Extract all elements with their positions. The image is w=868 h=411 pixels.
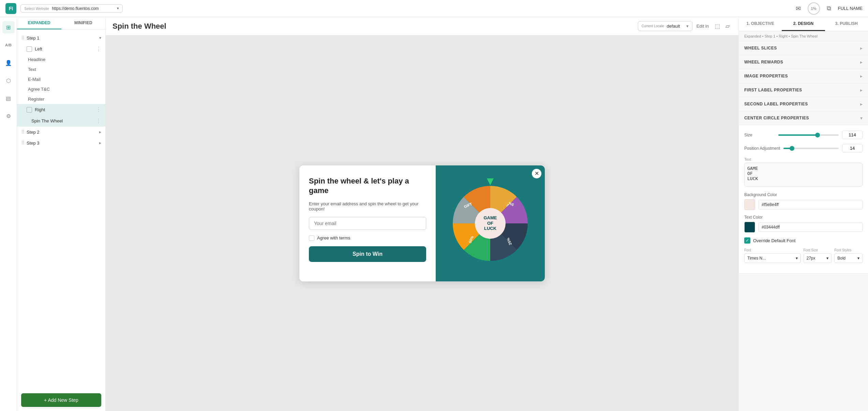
font-style-chevron-icon: ▾ — [857, 256, 859, 261]
section-wheel-rewards[interactable]: WHEEL REWARDS ▸ — [739, 55, 868, 69]
locale-select[interactable]: Current Locale default ▾ — [638, 21, 692, 31]
add-step-button[interactable]: + Add New Step — [21, 393, 101, 407]
text-color-row — [744, 222, 863, 233]
left-panel: EXPANDED MINIFIED ⠿ Step 1 ▾ Left ⋮ Head… — [17, 17, 106, 411]
sidebar-item-ab[interactable]: A/B — [2, 39, 15, 51]
right-group-icon — [27, 107, 32, 113]
email-input[interactable] — [309, 217, 426, 230]
step-3-row[interactable]: ⠿ Step 3 ▸ — [17, 137, 105, 148]
position-input[interactable] — [842, 144, 863, 152]
tab-expanded[interactable]: EXPANDED — [17, 17, 61, 29]
font-style-group: Font Styles Bold ▾ — [834, 248, 863, 263]
sidebar-item-home[interactable]: ⊞ — [2, 21, 15, 33]
spin-wheel-item[interactable]: Spin The Wheel ⋮ — [17, 115, 105, 127]
external-link-icon[interactable]: ⧉ — [825, 3, 833, 13]
size-input[interactable] — [842, 131, 863, 139]
sidebar-item-analytics[interactable]: ⬡ — [2, 74, 15, 87]
close-button[interactable]: ✕ — [532, 169, 541, 178]
section-wheel-slices[interactable]: WHEEL SLICES ▸ — [739, 41, 868, 55]
sidebar-item-settings[interactable]: ⚙ — [2, 110, 15, 122]
size-slider[interactable] — [778, 134, 839, 136]
text-item[interactable]: Text — [17, 64, 105, 74]
breadcrumb: Expanded • Step 1 • Right • Spin The Whe… — [739, 31, 868, 41]
right-group-row[interactable]: Right ⋮ — [17, 104, 105, 115]
left-group-menu-icon[interactable]: ⋮ — [96, 46, 101, 52]
bg-color-label: Background Color — [744, 192, 863, 197]
step-1-label: Step 1 — [27, 35, 99, 41]
topbar-left: FI Select Website https://demo.fluentos.… — [5, 3, 123, 14]
logo: FI — [5, 3, 16, 14]
font-size-chevron-icon: ▾ — [826, 256, 828, 261]
right-group-menu-icon[interactable]: ⋮ — [96, 106, 101, 113]
section-first-label[interactable]: FIRST LABEL PROPERTIES ▸ — [739, 83, 868, 97]
tab-publish[interactable]: 3. PUBLISH — [825, 17, 868, 31]
position-slider[interactable] — [783, 148, 839, 149]
step-3-label: Step 3 — [27, 141, 99, 146]
text-field-group: Text GAME OF LUCK — [744, 157, 863, 188]
step-3-chevron-icon[interactable]: ▸ — [99, 141, 101, 145]
url-chevron-icon[interactable]: ▾ — [117, 6, 119, 11]
spin-wheel-label: Spin The Wheel — [31, 118, 94, 123]
step-1-chevron-icon[interactable]: ▾ — [99, 35, 101, 40]
register-item[interactable]: Register — [17, 94, 105, 104]
right-panel-content: Expanded • Step 1 • Right • Spin The Whe… — [739, 31, 868, 411]
size-label: Size — [744, 133, 775, 137]
override-font-checkbox[interactable]: ✓ — [744, 237, 750, 244]
bg-color-swatch[interactable] — [744, 199, 755, 210]
override-font-label: Override Default Font — [753, 238, 795, 243]
edit-in-label: Edit in — [697, 24, 709, 29]
headline-item[interactable]: Headline — [17, 55, 105, 64]
section-center-circle[interactable]: CENTER CIRCLE PROPERTIES ▾ — [739, 111, 868, 125]
font-select[interactable]: Times N... ▾ — [744, 253, 801, 263]
section-second-label[interactable]: SECOND LABEL PROPERTIES ▸ — [739, 97, 868, 111]
section-wheel-rewards-label: WHEEL REWARDS — [744, 60, 860, 64]
url-label: Select Website — [24, 6, 49, 11]
bg-color-hex-input[interactable] — [759, 200, 863, 209]
section-image-properties[interactable]: IMAGE PROPERTIES ▸ — [739, 69, 868, 83]
tab-minified[interactable]: MINIFIED — [61, 17, 106, 29]
desktop-view-button[interactable]: ⬚ — [713, 21, 722, 31]
left-group-row[interactable]: Left ⋮ — [17, 43, 105, 55]
font-style-label: Font Styles — [834, 248, 863, 252]
font-size-value: 27px — [807, 256, 815, 261]
tab-design[interactable]: 2. DESIGN — [782, 17, 825, 31]
text-color-label: Text Color — [744, 215, 863, 220]
icon-sidebar: ⊞ A/B 👤 ⬡ ▤ ⚙ — [0, 17, 17, 411]
step-2-chevron-icon[interactable]: ▸ — [99, 130, 101, 134]
right-panel: 1. OBJECTIVE 2. DESIGN 3. PUBLISH Expand… — [738, 17, 868, 411]
font-group: Font Times N... ▾ — [744, 248, 801, 263]
left-group-label: Left — [35, 46, 94, 52]
bg-color-row — [744, 199, 863, 210]
popup-right: ✕ 25% 15% 50% — [436, 165, 545, 281]
center-header: Spin the Wheel Current Locale default ▾ … — [106, 17, 738, 35]
mail-icon[interactable]: ✉ — [794, 3, 802, 14]
center-header-right: Current Locale default ▾ Edit in ⬚ ▱ — [638, 21, 732, 31]
section-second-label-label: SECOND LABEL PROPERTIES — [744, 102, 860, 106]
email-item[interactable]: E-Mail — [17, 74, 105, 84]
text-color-swatch[interactable] — [744, 222, 755, 233]
size-row: Size — [744, 131, 863, 139]
sidebar-item-cards[interactable]: ▤ — [2, 92, 15, 104]
font-size-select[interactable]: 27px ▾ — [804, 253, 832, 263]
section-image-properties-label: IMAGE PROPERTIES — [744, 74, 860, 78]
url-bar[interactable]: Select Website https://demo.fluentos.com… — [20, 4, 123, 13]
fullname-button[interactable]: FULL NAME — [838, 6, 863, 11]
step-1-row[interactable]: ⠿ Step 1 ▾ — [17, 32, 105, 43]
step-2-row[interactable]: ⠿ Step 2 ▸ — [17, 127, 105, 137]
text-color-hex-input[interactable] — [759, 222, 863, 232]
spin-wheel-menu-icon[interactable]: ⋮ — [96, 118, 101, 124]
tab-objective[interactable]: 1. OBJECTIVE — [739, 17, 782, 31]
position-row: Position Adjustment — [744, 144, 863, 152]
main-layout: ⊞ A/B 👤 ⬡ ▤ ⚙ EXPANDED MINIFIED ⠿ Step 1… — [0, 17, 868, 411]
topbar: FI Select Website https://demo.fluentos.… — [0, 0, 868, 17]
section-wheel-slices-chevron-icon: ▸ — [860, 45, 863, 51]
mobile-view-button[interactable]: ▱ — [723, 21, 732, 31]
spin-button[interactable]: Spin to Win — [309, 246, 426, 262]
agree-item[interactable]: Agree T&C — [17, 84, 105, 94]
text-textarea[interactable]: GAME OF LUCK — [744, 163, 863, 187]
agree-checkbox[interactable] — [309, 235, 314, 241]
section-first-label-chevron-icon: ▸ — [860, 87, 863, 93]
font-style-select[interactable]: Bold ▾ — [834, 253, 863, 263]
locale-chevron-icon: ▾ — [686, 24, 689, 29]
sidebar-item-users[interactable]: 👤 — [2, 57, 15, 69]
